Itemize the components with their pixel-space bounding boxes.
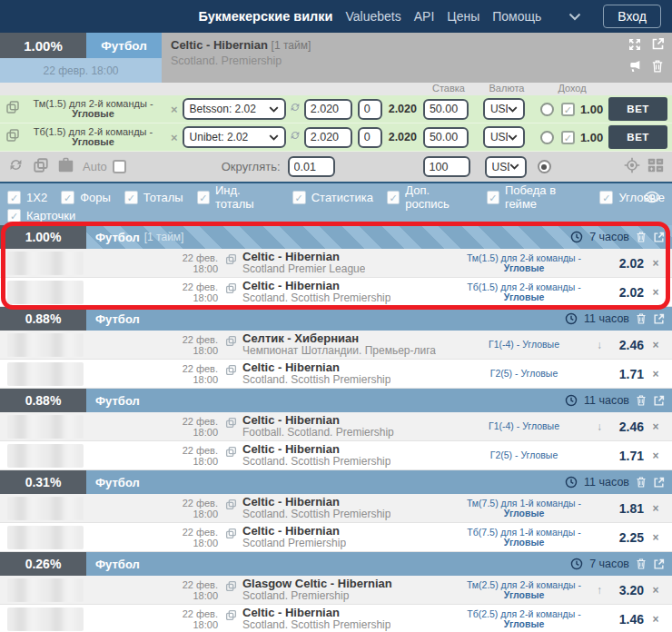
copy-icon[interactable] (225, 281, 237, 298)
copy-icon[interactable] (225, 334, 237, 351)
trash-icon[interactable] (636, 558, 647, 570)
arb-row[interactable]: 22 фев. 18:00 Celtic - Hibernian Scotlan… (0, 523, 672, 552)
market-link[interactable]: Тб(2.5) для 2-й команды - Угловые (455, 609, 593, 629)
login-button[interactable]: Вход (603, 5, 661, 28)
refresh-icon[interactable] (7, 156, 25, 177)
stake-input[interactable] (423, 99, 469, 120)
market-link[interactable]: Г1(-4) - Угловые (455, 421, 593, 431)
include-checkbox[interactable]: ✓ (561, 103, 575, 116)
commission-input[interactable] (358, 99, 382, 120)
commission-input[interactable] (358, 127, 382, 148)
bookmaker-select[interactable]: Unibet: 2.02 (183, 126, 286, 148)
arb-group-header[interactable]: Футбол 11 часов (86, 470, 672, 494)
external-link-icon[interactable] (653, 395, 665, 407)
market-link[interactable]: Тб(7.5) для 1-й команды - Угловые (455, 528, 593, 548)
copy-icon[interactable] (225, 498, 237, 514)
odd-input[interactable] (304, 127, 352, 148)
auto-checkbox[interactable] (113, 160, 126, 173)
filter-handicaps[interactable]: ✓Форы (61, 191, 111, 204)
grid-calc-icon[interactable] (647, 157, 665, 177)
close-icon[interactable]: × (644, 531, 667, 544)
eye-icon[interactable] (643, 191, 661, 207)
arb-row[interactable]: 22 фев. 18:00 Glasgow Celtic - Hibernian… (0, 576, 672, 605)
refresh-icon[interactable] (289, 101, 301, 117)
fix-stake-radio[interactable] (540, 103, 554, 116)
market-link[interactable]: Г2(5) - Угловые (455, 450, 593, 460)
close-icon[interactable]: × (171, 131, 178, 144)
external-link-icon[interactable] (653, 477, 665, 489)
arb-row[interactable]: 22 фев. 18:00 Celtic - Hibernian Scotlan… (0, 249, 672, 278)
fix-stake-radio[interactable] (540, 131, 554, 144)
copy-icon[interactable] (5, 128, 20, 146)
arb-row[interactable]: 22 фев. 18:00 Celtic - Hibernian Scotlan… (0, 278, 672, 307)
refresh-icon[interactable] (289, 129, 301, 145)
expand-icon[interactable] (628, 37, 642, 52)
bet-button[interactable]: BET (608, 125, 667, 149)
filter-statistics[interactable]: ✓Статистика (292, 191, 373, 204)
include-checkbox[interactable]: ✓ (561, 131, 575, 144)
external-link-icon[interactable] (653, 232, 665, 243)
copy-icon[interactable] (5, 100, 20, 118)
brand-title[interactable]: Букмекерские вилки (198, 9, 332, 24)
nav-item-valuebets[interactable]: Valuebets (346, 9, 401, 24)
toolbar-currency-select[interactable]: USD (485, 156, 527, 178)
copy-icon[interactable] (225, 252, 237, 269)
stake-input[interactable] (423, 127, 469, 148)
bet-button[interactable]: BET (608, 97, 667, 121)
filter-additional[interactable]: ✓Доп. роспись (387, 183, 473, 211)
briefcase-icon[interactable] (57, 157, 74, 176)
close-icon[interactable]: × (644, 257, 667, 270)
filter-cards[interactable]: ✓Карточки (7, 209, 75, 222)
total-stake-input[interactable] (423, 156, 470, 177)
copy-icon[interactable] (225, 579, 237, 596)
close-icon[interactable]: × (644, 502, 667, 515)
close-icon[interactable]: × (644, 368, 667, 380)
total-stake-radio[interactable] (538, 160, 551, 173)
filter-ind-totals[interactable]: ✓Инд. тоталы (197, 183, 279, 211)
filter-totals[interactable]: ✓Тоталы (124, 191, 183, 204)
filter-1x2[interactable]: ✓1X2 (7, 191, 47, 204)
market-link[interactable]: Тм(1.5) для 2-й команды - Угловые (455, 253, 593, 273)
chevron-down-icon[interactable] (568, 13, 581, 21)
copy-icon[interactable] (225, 527, 237, 543)
close-icon[interactable]: × (644, 584, 667, 597)
market-link[interactable]: Тб(1.5) для 2-й команды - Угловые (455, 282, 593, 302)
close-icon[interactable]: × (644, 449, 667, 462)
nav-item-prices[interactable]: Цены (447, 9, 479, 24)
megaphone-icon[interactable] (628, 59, 642, 74)
close-icon[interactable]: × (644, 420, 667, 433)
arb-row[interactable]: 22 фев. 18:00 Celtic - Hibernian Scotlan… (0, 494, 672, 523)
bookmaker-select[interactable]: Betsson: 2.02 (183, 98, 286, 120)
trash-icon[interactable] (636, 394, 647, 407)
market-link[interactable]: Тм(2.5) для 2-й команды - Угловые (455, 580, 593, 600)
currency-select[interactable]: USD (483, 98, 525, 120)
trash-icon[interactable] (636, 476, 647, 489)
external-link-icon[interactable] (653, 313, 665, 325)
close-icon[interactable]: × (644, 339, 667, 351)
arb-group-header[interactable]: Футбол [1 тайм] 7 часов (86, 225, 672, 249)
round-input[interactable] (288, 156, 335, 177)
trash-icon[interactable] (636, 312, 647, 325)
close-icon[interactable]: × (644, 286, 667, 299)
market-link[interactable]: Г1(-4) - Угловые (455, 340, 593, 350)
crosshair-icon[interactable] (623, 156, 641, 178)
copy-icon[interactable] (225, 445, 237, 461)
copy-icon[interactable] (225, 416, 237, 432)
arb-row[interactable]: 22 фев. 18:00 Селтик - Хиберниан Чемпион… (0, 331, 672, 360)
market-link[interactable]: Г2(5) - Угловые (455, 369, 593, 379)
arb-group-header[interactable]: Футбол 11 часов (86, 389, 672, 412)
nav-item-api[interactable]: API (414, 9, 435, 24)
external-link-icon[interactable] (651, 37, 665, 52)
external-link-icon[interactable] (653, 558, 665, 570)
copy-icon[interactable] (225, 363, 237, 380)
close-icon[interactable]: × (171, 103, 178, 116)
arb-row[interactable]: 22 фев. 18:00 Celtic - Hibernian Footbal… (0, 412, 672, 441)
copy-icon[interactable] (33, 157, 49, 177)
trash-icon[interactable] (636, 231, 647, 243)
odd-input[interactable] (304, 99, 352, 120)
arb-row[interactable]: 22 фев. 18:00 Celtic - Hibernian Scotlan… (0, 360, 672, 389)
trash-icon[interactable] (651, 59, 665, 74)
close-icon[interactable]: × (644, 613, 667, 626)
currency-select[interactable]: USD (483, 126, 525, 148)
arb-group-header[interactable]: Футбол 7 часов (86, 552, 672, 576)
